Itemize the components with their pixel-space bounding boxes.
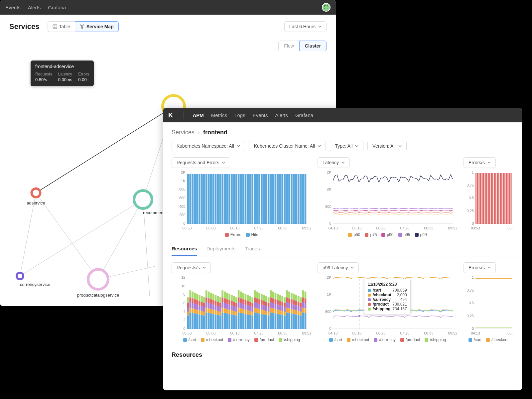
svg-rect-92 <box>475 173 476 224</box>
svg-rect-98 <box>485 173 486 224</box>
svg-rect-152 <box>196 305 198 310</box>
svg-point-402 <box>358 315 360 317</box>
svg-rect-225 <box>231 315 233 329</box>
filter-cluster-label: Kubernetes Cluster Name: All <box>254 143 315 149</box>
svg-rect-162 <box>201 306 203 311</box>
subtab-resources[interactable]: Resources <box>172 246 197 256</box>
svg-rect-40 <box>231 174 233 224</box>
map-view-button[interactable]: Service Map <box>75 21 119 32</box>
node-recommendation[interactable] <box>134 191 152 208</box>
svg-rect-206 <box>221 308 223 312</box>
chart-canvas[interactable]: 10.750.50.25003:5305:03 <box>464 171 513 230</box>
nav-grafana[interactable]: Grafana <box>295 112 313 118</box>
table-view-button[interactable]: Table <box>48 21 75 32</box>
chart-legend: ErrorsHits <box>172 232 312 237</box>
svg-rect-324 <box>275 293 277 299</box>
svg-rect-236 <box>235 312 237 316</box>
chart-title-select[interactable]: p99 Latency <box>318 262 359 273</box>
svg-rect-388 <box>305 298 307 303</box>
nav-alerts[interactable]: Alerts <box>28 5 41 10</box>
svg-rect-369 <box>295 295 297 301</box>
svg-rect-22 <box>189 174 191 224</box>
svg-rect-321 <box>275 309 277 313</box>
node-productcatalogservice[interactable] <box>88 269 108 289</box>
svg-rect-304 <box>265 296 267 302</box>
svg-text:03:53: 03:53 <box>471 226 480 230</box>
svg-text:12: 12 <box>181 276 185 279</box>
subtab-deployments[interactable]: Deployments <box>206 246 236 256</box>
filter-type[interactable]: Type: All <box>330 141 363 151</box>
chart-title-select[interactable]: Requests and Errors <box>172 157 230 168</box>
filter-version[interactable]: Version: All <box>367 141 406 151</box>
node-adservice[interactable] <box>32 189 40 197</box>
svg-rect-105 <box>495 173 496 224</box>
svg-rect-36 <box>221 174 223 224</box>
svg-rect-38 <box>226 174 228 224</box>
chart-canvas[interactable]: 2K1K800600400200003:5305:0306:1307:2308:… <box>172 171 312 230</box>
subtab-traces[interactable]: Traces <box>245 246 260 256</box>
svg-rect-176 <box>208 308 210 313</box>
breadcrumb-root[interactable]: Services <box>172 129 195 136</box>
tooltip-row: /cart709.859 <box>368 288 407 293</box>
tooltip-title: frontend-adservice <box>35 64 89 69</box>
svg-rect-204 <box>219 297 221 303</box>
svg-rect-326 <box>277 310 279 314</box>
svg-rect-188 <box>212 300 214 305</box>
nav-metrics[interactable]: Metrics <box>211 112 227 118</box>
svg-rect-365 <box>295 315 297 329</box>
svg-point-5 <box>83 25 84 26</box>
legend-item: /checkout <box>486 337 508 342</box>
svg-rect-274 <box>251 297 253 303</box>
nav-grafana[interactable]: Grafana <box>48 5 66 10</box>
chart-legend: /cart/checkout/currency/product/shipping <box>318 337 458 342</box>
chart-legend: /cart/checkout/currency/product/shipping <box>172 337 312 342</box>
svg-rect-341 <box>284 312 286 316</box>
svg-rect-150 <box>196 314 198 329</box>
svg-rect-338 <box>281 302 283 306</box>
filter-namespace[interactable]: Kubernetes Namespace: All <box>172 141 245 151</box>
filter-cluster[interactable]: Kubernetes Cluster Name: All <box>249 141 326 151</box>
node-currencyservice[interactable] <box>17 273 23 279</box>
chart-canvas[interactable]: 2K2K500004:1305:1806:2307:2808:3309:52 <box>318 171 458 230</box>
svg-rect-276 <box>254 308 256 312</box>
nav-apm[interactable]: APM <box>193 112 203 118</box>
nav-events[interactable]: Events <box>253 112 268 118</box>
svg-rect-336 <box>281 311 283 315</box>
svg-rect-154 <box>196 294 198 300</box>
logo[interactable]: K <box>168 111 173 119</box>
svg-rect-309 <box>268 297 270 303</box>
legend-item: /checkout <box>347 337 369 342</box>
chart-canvas[interactable]: 10.750.50.25004:1305:18 <box>464 276 513 335</box>
nav-logs[interactable]: Logs <box>234 112 245 118</box>
svg-rect-348 <box>286 297 288 302</box>
chart-title-select[interactable]: Requests/s <box>172 262 211 273</box>
svg-rect-306 <box>268 312 270 316</box>
svg-rect-211 <box>224 308 226 313</box>
chart-title-select[interactable]: Latency <box>318 157 350 168</box>
chart-canvas[interactable]: 12108642003:5305:0306:1307:2308:3309:52 <box>172 276 312 335</box>
svg-text:05:03: 05:03 <box>206 331 216 335</box>
svg-rect-227 <box>231 305 233 310</box>
legend-item: Hits <box>246 232 258 237</box>
chart-title-label: Errors/s <box>468 160 485 165</box>
svg-rect-186 <box>212 310 214 314</box>
chart-title-select[interactable]: Errors/s <box>464 262 496 273</box>
chart-title-select[interactable]: Errors/s <box>464 157 496 168</box>
filter-version-label: Version: All <box>372 143 395 149</box>
svg-rect-344 <box>284 297 286 303</box>
svg-rect-305 <box>268 316 270 329</box>
nav-alerts[interactable]: Alerts <box>275 112 288 118</box>
svg-rect-52 <box>258 174 260 224</box>
svg-rect-244 <box>238 290 240 297</box>
svg-rect-104 <box>494 173 495 224</box>
time-range-select[interactable]: Last 6 Hours <box>284 21 327 32</box>
chart-canvas[interactable]: 2K1K500004:1305:1806:2307:2808:3309:52 1… <box>318 276 458 335</box>
filter-type-label: Type: All <box>335 143 352 149</box>
avatar[interactable] <box>322 3 331 12</box>
nav-events[interactable]: Events <box>5 5 21 10</box>
svg-rect-229 <box>231 295 233 301</box>
svg-text:0: 0 <box>472 221 474 225</box>
svg-text:0: 0 <box>183 327 185 331</box>
svg-rect-238 <box>235 303 237 307</box>
tooltip-row: /shipping734.167 <box>368 307 407 311</box>
